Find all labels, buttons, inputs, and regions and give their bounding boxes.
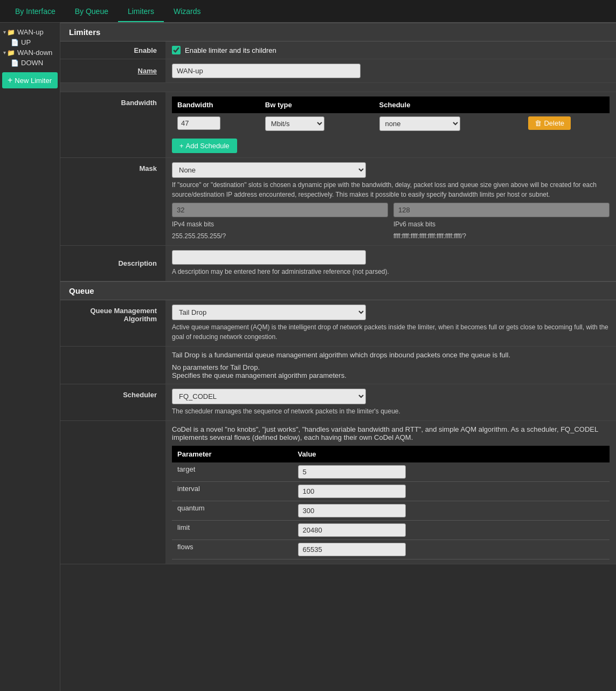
scheduler-select[interactable]: FQ_CODEL FIFO CODEL [172, 389, 366, 404]
description-label: Description [60, 246, 165, 281]
mask-label: Mask [60, 158, 165, 246]
queue-form-table: Queue Management Algorithm Tail Drop COD… [60, 300, 616, 564]
tree-label-down: DOWN [21, 59, 43, 67]
new-limiter-label: New Limiter [15, 77, 52, 85]
main-layout: ▾ 📁 WAN-up 📄 UP ▾ 📁 WAN-down 📄 DOWN + Ne… [0, 23, 616, 691]
enable-value-cell: Enable limiter and its children [165, 42, 616, 59]
mask-select[interactable]: None source destination [172, 162, 366, 178]
bw-type-select[interactable]: Mbit/s Kbit/s Bit/s [265, 116, 324, 131]
param-row-0: target [172, 462, 610, 482]
bw-table: Bandwidth Bw type Schedule [172, 96, 610, 134]
folder-icon: 📁 [7, 29, 15, 36]
bw-value-input[interactable] [177, 116, 220, 130]
tab-limiters[interactable]: Limiters [118, 2, 164, 22]
scheduler-row: Scheduler FQ_CODEL FIFO CODEL The schedu… [60, 384, 616, 421]
enable-row: Enable Enable limiter and its children [60, 42, 616, 59]
tree-label-wan-down: WAN-down [17, 49, 52, 57]
tab-by-interface[interactable]: By Interface [5, 2, 65, 22]
param-value-cell-4 [293, 540, 610, 559]
param-value-cell-1 [293, 482, 610, 501]
file-icon-up: 📄 [11, 39, 19, 46]
name-input[interactable] [172, 64, 361, 78]
bw-header-bwtype: Bw type [260, 96, 374, 113]
tree-item-down[interactable]: 📄 DOWN [10, 58, 58, 68]
tab-by-queue[interactable]: By Queue [65, 2, 118, 22]
ipv6-label: IPv6 mask bits [393, 219, 610, 229]
tail-drop-info-label-cell [60, 347, 165, 384]
trash-icon: 🗑 [535, 119, 542, 127]
expand-icon-2: ▾ [3, 50, 6, 56]
param-name-4: flows [172, 540, 293, 559]
param-row-2: quantum [172, 501, 610, 521]
param-input-3[interactable] [298, 523, 406, 537]
spacer-row-1 [60, 83, 616, 92]
param-value-cell-0 [293, 462, 610, 482]
limiters-form-table: Enable Enable limiter and its children N… [60, 42, 616, 281]
add-schedule-label: Add Schedule [186, 142, 230, 150]
param-value-cell-3 [293, 521, 610, 540]
bw-cell-type: Mbit/s Kbit/s Bit/s [260, 113, 374, 134]
ipv4-sub: 255.255.255.255/? [172, 231, 388, 241]
tail-drop-info1: Tail Drop is a fundamental queue managem… [172, 351, 610, 359]
file-icon-down: 📄 [11, 59, 19, 67]
param-name-0: target [172, 462, 293, 482]
bw-header-bandwidth: Bandwidth [172, 96, 260, 113]
bw-cell-schedule: none [374, 113, 523, 134]
tree-item-up[interactable]: 📄 UP [10, 37, 58, 47]
tail-drop-info-value-cell: Tail Drop is a fundamental queue managem… [165, 347, 616, 384]
bw-header-action [523, 96, 610, 113]
bandwidth-row: Bandwidth Bandwidth Bw type Schedule [60, 92, 616, 158]
ipv4-col: IPv4 mask bits 255.255.255.255/? [172, 203, 388, 241]
scheduler-value-cell: FQ_CODEL FIFO CODEL The scheduler manage… [165, 384, 616, 421]
param-input-2[interactable] [298, 504, 406, 517]
tree-item-wan-down[interactable]: ▾ 📁 WAN-down [2, 47, 58, 58]
param-input-0[interactable] [298, 465, 406, 479]
params-header-value: Value [293, 446, 610, 462]
tree-item-wan-up[interactable]: ▾ 📁 WAN-up [2, 27, 58, 37]
ipv-row: IPv4 mask bits 255.255.255.255/? IPv6 ma… [172, 203, 610, 241]
bw-cell-delete: 🗑 Delete [523, 113, 610, 134]
param-input-4[interactable] [298, 543, 406, 556]
ipv6-col: IPv6 mask bits ffff:ffff:ffff:ffff:ffff:… [393, 203, 610, 241]
name-row: Name [60, 59, 616, 83]
param-name-1: interval [172, 482, 293, 501]
tree-label-wan-up: WAN-up [17, 28, 44, 36]
ipv4-label: IPv4 mask bits [172, 219, 388, 229]
param-row-4: flows [172, 540, 610, 559]
ipv6-sub: ffff:ffff:ffff:ffff:ffff:ffff:ffff:ffff/… [393, 231, 610, 241]
params-header-parameter: Parameter [172, 446, 293, 462]
scheduler-params-label-cell [60, 421, 165, 564]
limiters-title: Limiters [69, 27, 100, 37]
params-table: Parameter Value target interval quantum … [172, 446, 610, 559]
queue-mgmt-select[interactable]: Tail Drop CODEL FQ_CODEL PIE [172, 305, 366, 320]
tail-drop-info3: Specifies the queue management algorithm… [172, 371, 610, 379]
enable-checkbox-text: Enable limiter and its children [185, 46, 276, 54]
folder-icon-2: 📁 [7, 49, 15, 57]
delete-button[interactable]: 🗑 Delete [528, 116, 571, 130]
add-schedule-button[interactable]: + Add Schedule [172, 139, 237, 153]
ipv4-input[interactable] [172, 203, 388, 217]
bw-row-0: Mbit/s Kbit/s Bit/s none [172, 113, 610, 134]
param-input-1[interactable] [298, 485, 406, 498]
bw-schedule-select[interactable]: none [379, 116, 460, 131]
queue-mgmt-row: Queue Management Algorithm Tail Drop COD… [60, 300, 616, 347]
tail-drop-info2: No parameters for Tail Drop. [172, 363, 610, 371]
expand-icon: ▾ [3, 29, 6, 35]
ipv6-input[interactable] [393, 203, 610, 217]
new-limiter-button[interactable]: + New Limiter [2, 72, 58, 88]
enable-checkbox-row: Enable limiter and its children [172, 46, 610, 54]
delete-label: Delete [544, 119, 564, 127]
bandwidth-value-cell: Bandwidth Bw type Schedule [165, 92, 616, 158]
param-name-2: quantum [172, 501, 293, 521]
tab-wizards[interactable]: Wizards [164, 2, 211, 22]
tree-label-up: UP [21, 38, 31, 46]
queue-section-header: Queue [60, 281, 616, 300]
name-label-text: Name [138, 67, 157, 75]
description-input[interactable] [172, 250, 366, 265]
tail-drop-info-row: Tail Drop is a fundamental queue managem… [60, 347, 616, 384]
enable-checkbox[interactable] [172, 46, 181, 54]
queue-mgmt-label: Queue Management Algorithm [60, 300, 165, 347]
mask-row: Mask None source destination If "source"… [60, 158, 616, 246]
description-row: Description A description may be entered… [60, 246, 616, 281]
param-value-cell-2 [293, 501, 610, 521]
